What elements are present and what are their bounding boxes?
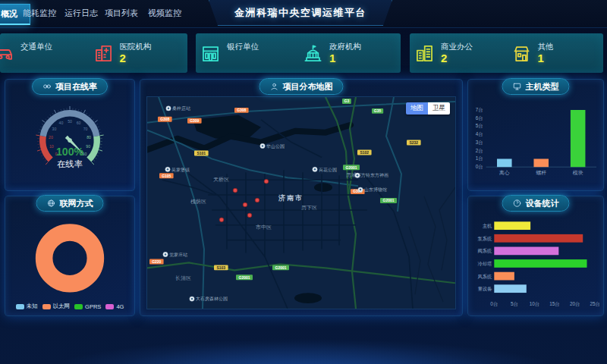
project-dot[interactable] [247, 213, 252, 218]
district-label: 历下区 [301, 205, 317, 211]
legend-swatch [105, 304, 114, 309]
project-dot[interactable] [255, 198, 259, 202]
panel-host-type-header: 主机类型 [502, 78, 570, 95]
road-badge: G2001 [343, 165, 360, 170]
government-icon [303, 43, 323, 64]
panel-project-map-title: 项目分布地图 [283, 81, 333, 93]
svg-text:党家庄站: 党家庄站 [169, 252, 187, 258]
stat-text: 商业办公2 [441, 42, 473, 64]
svg-text:20台: 20台 [570, 301, 580, 307]
road-badge: G308 [234, 108, 249, 113]
stat-item: 商业办公2 [410, 33, 507, 73]
svg-text:10: 10 [49, 144, 54, 149]
svg-text:50: 50 [68, 119, 72, 124]
map-mode-button[interactable]: 地图 [406, 102, 428, 115]
panel-project-map: 项目分布地图 济南市天桥区历城区槐荫区市中区历下区长清区G308G309G308… [140, 79, 463, 316]
project-map[interactable]: 济南市天桥区历城区槐荫区市中区历下区长清区G308G309G308G105G30… [146, 96, 456, 309]
svg-text:15台: 15台 [549, 301, 559, 307]
road-badge: S101 [194, 150, 209, 155]
panel-host-type: 主机类型 0台1台2台3台4台5台6台7台离心螺杆模块 [467, 79, 604, 191]
bar-量设备 [494, 284, 527, 293]
svg-text:主机: 主机 [483, 223, 492, 229]
svg-text:G3: G3 [344, 99, 350, 103]
legend-item[interactable]: GPRS [74, 303, 101, 310]
svg-text:大石房森林公园: 大石房森林公园 [196, 296, 228, 301]
stat-item: 其他1 [507, 33, 604, 73]
nav-tab-4[interactable]: 项目列表 [103, 4, 140, 23]
svg-text:4台: 4台 [476, 131, 483, 137]
project-dot[interactable] [243, 202, 247, 207]
stats-row: 交通单位医院机构2银行单位政府机构1商业办公2其他1 [0, 33, 603, 73]
svg-text:模块: 模块 [573, 170, 583, 175]
svg-text:S101: S101 [197, 151, 206, 155]
bottom-glow [0, 318, 607, 364]
svg-text:华山公园: 华山公园 [266, 144, 285, 149]
svg-text:G220: G220 [152, 259, 161, 264]
svg-text:0台: 0台 [490, 301, 498, 307]
legend-item[interactable]: 4G [105, 303, 124, 310]
bar-主机 [494, 221, 530, 230]
stat-label: 商业办公 [441, 42, 473, 52]
nav-tab-3[interactable]: 运行日志 [63, 4, 99, 23]
project-dot[interactable] [264, 179, 269, 184]
svg-text:G308: G308 [237, 108, 246, 112]
network-legend: 未知以太网GPRS4G [9, 303, 131, 310]
panel-host-type-title: 主机类型 [526, 81, 559, 93]
satellite-mode-button[interactable]: 卫星 [428, 102, 450, 115]
hospital-icon [93, 43, 114, 64]
svg-text:风系统: 风系统 [477, 274, 492, 280]
bank-icon [200, 43, 221, 64]
svg-text:60: 60 [77, 121, 81, 125]
svg-text:G35: G35 [374, 108, 382, 113]
project-dot[interactable] [233, 188, 237, 193]
svg-text:泵系统: 泵系统 [476, 236, 492, 242]
road-badge: S102 [357, 150, 372, 155]
stat-value [227, 52, 259, 64]
svg-text:5台: 5台 [476, 123, 483, 129]
road-badge: G2001 [236, 275, 253, 280]
gauge-value: 100% [56, 146, 84, 158]
svg-text:7台: 7台 [476, 107, 483, 113]
stat-value [20, 52, 52, 64]
svg-text:G2001: G2001 [239, 275, 250, 280]
link-icon [42, 82, 52, 91]
legend-item[interactable]: 以太网 [42, 303, 71, 310]
online-rate-gauge: 0102030405060708090100100%在线率 [9, 97, 131, 187]
host-bars-svg: 0台1台2台3台4台5台6台7台离心螺杆模块 [472, 97, 599, 187]
panel-online-rate-title: 项目在线率 [55, 81, 97, 93]
nav-tab-2[interactable]: 能耗监控 [21, 4, 58, 23]
panel-device-stats-header: 设备统计 [502, 195, 570, 212]
stat-text: 医院机构2 [120, 42, 152, 64]
gauge-icon [513, 199, 522, 208]
district-label: 济南市 [278, 194, 304, 202]
place-marker: 吴家堡镇 [165, 167, 190, 172]
stat-item: 银行单位 [196, 33, 298, 73]
stat-item: 医院机构2 [89, 33, 188, 73]
road-badge: S232 [407, 140, 421, 146]
svg-text:G105: G105 [162, 174, 171, 178]
district-label: 天桥区 [213, 177, 229, 182]
svg-text:量设备: 量设备 [477, 286, 492, 292]
district-label: 市中区 [256, 224, 272, 230]
donut-slice[interactable] [44, 233, 96, 284]
bar-模块 [571, 110, 586, 167]
svg-text:0台: 0台 [476, 164, 483, 170]
stat-label: 交通单位 [20, 42, 52, 52]
panel-device-stats-title: 设备统计 [526, 198, 559, 209]
map-svg[interactable]: 济南市天桥区历城区槐荫区市中区历下区长清区G308G309G308G105G30… [147, 97, 455, 309]
page-title: 金洲科瑞中央空调运维平台 [209, 0, 392, 26]
road-badge: G105 [159, 173, 174, 178]
nav-tab-5[interactable]: 视频监控 [146, 4, 183, 23]
panel-online-rate-header: 项目在线率 [32, 78, 108, 95]
svg-text:百花公园: 百花公园 [319, 167, 337, 173]
road-badge: G308 [158, 117, 172, 122]
project-dot[interactable] [219, 218, 224, 222]
stat-label: 政府机构 [329, 42, 361, 52]
svg-text:G2001: G2001 [346, 165, 357, 170]
panel-project-map-header: 项目分布地图 [259, 78, 344, 95]
svg-text:70: 70 [83, 127, 88, 131]
legend-item[interactable]: 未知 [16, 303, 38, 310]
road-badge: S103 [214, 265, 228, 270]
stat-value: 1 [329, 52, 361, 64]
dashboard: 概况能耗监控运行日志项目列表视频监控 金洲科瑞中央空调运维平台 交通单位医院机构… [0, 0, 607, 364]
